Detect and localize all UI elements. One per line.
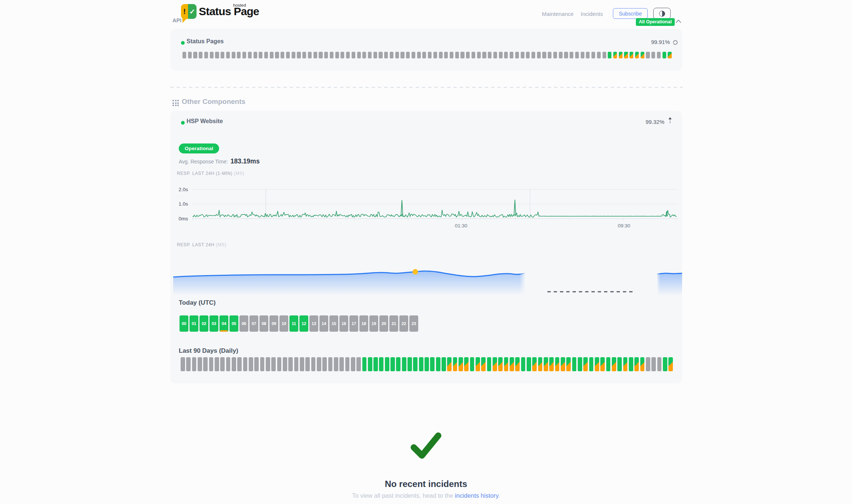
uptime-bar-none[interactable] (341, 52, 344, 58)
uptime-bar-none[interactable] (553, 52, 557, 58)
uptime-bar-degraded[interactable] (447, 357, 452, 371)
uptime-bar-none[interactable] (504, 52, 508, 58)
uptime-bar-none[interactable] (472, 52, 475, 58)
uptime-bar-none[interactable] (510, 52, 513, 58)
uptime-bar-up[interactable] (368, 357, 372, 371)
subscribe-button[interactable]: Subscribe (613, 8, 648, 19)
uptime-bar-none[interactable] (264, 52, 268, 58)
refresh-icon[interactable] (672, 40, 678, 45)
hour-cell-14[interactable]: 14 (319, 315, 328, 332)
hour-cell-11[interactable]: 11 (289, 315, 298, 332)
uptime-bar-degraded[interactable] (453, 357, 457, 371)
nav-incidents[interactable]: Incidents (581, 11, 603, 17)
uptime-bar-up[interactable] (589, 357, 594, 371)
uptime-bar-none[interactable] (357, 52, 361, 58)
uptime-bar-degraded[interactable] (583, 357, 588, 371)
uptime-bar-none[interactable] (564, 52, 568, 58)
uptime-bar-none[interactable] (254, 52, 257, 58)
uptime-bar-up[interactable] (373, 357, 378, 371)
uptime-bar-up[interactable] (413, 357, 417, 371)
uptime-bar-degraded[interactable] (538, 357, 543, 371)
uptime-bar-none[interactable] (422, 52, 426, 58)
uptime-bar-none[interactable] (651, 52, 655, 58)
uptime-bar-none[interactable] (646, 52, 650, 58)
uptime-bar-none[interactable] (345, 357, 350, 371)
uptime-bar-degraded[interactable] (504, 357, 509, 371)
uptime-bar-up[interactable] (396, 357, 400, 371)
uptime-bar-none[interactable] (249, 357, 253, 371)
uptime-bar-none[interactable] (260, 357, 265, 371)
uptime-bar-none[interactable] (335, 52, 339, 58)
hour-cell-00[interactable]: 00 (180, 315, 188, 332)
chevron-up-icon[interactable] (675, 19, 681, 24)
hour-cell-07[interactable]: 07 (249, 315, 258, 332)
uptime-bar-up[interactable] (629, 357, 633, 371)
uptime-bar-none[interactable] (477, 52, 481, 58)
uptime-bar-degraded[interactable] (630, 52, 633, 58)
uptime-bar-up[interactable] (362, 357, 367, 371)
uptime-bar-none[interactable] (288, 357, 293, 371)
uptime-bar-none[interactable] (266, 357, 270, 371)
uptime-bar-degraded[interactable] (515, 357, 520, 371)
uptime-bar-none[interactable] (248, 52, 252, 58)
uptime-bar-none[interactable] (209, 357, 214, 371)
uptime-bar-degraded[interactable] (476, 357, 480, 371)
hour-cell-06[interactable]: 06 (239, 315, 248, 332)
uptime-bar-degraded[interactable] (640, 357, 645, 371)
theme-toggle-button[interactable] (653, 8, 671, 19)
uptime-bar-none[interactable] (283, 357, 287, 371)
uptime-bar-degraded[interactable] (493, 357, 497, 371)
uptime-bar-none[interactable] (466, 52, 470, 58)
uptime-bar-none[interactable] (586, 52, 590, 58)
uptime-bar-none[interactable] (646, 357, 650, 371)
uptime-bar-degraded[interactable] (619, 52, 623, 58)
uptime-bar-degraded[interactable] (464, 357, 469, 371)
uptime-bar-none[interactable] (317, 357, 321, 371)
uptime-bar-none[interactable] (275, 52, 279, 58)
uptime-bar-up[interactable] (442, 357, 446, 371)
uptime-bar-none[interactable] (297, 52, 301, 58)
uptime-bar-none[interactable] (322, 357, 327, 371)
uptime-bar-none[interactable] (482, 52, 486, 58)
hour-cell-13[interactable]: 13 (309, 315, 318, 332)
uptime-bar-none[interactable] (439, 52, 443, 58)
uptime-bar-none[interactable] (204, 52, 208, 58)
uptime-bar-up[interactable] (419, 357, 423, 371)
uptime-bar-none[interactable] (192, 357, 197, 371)
uptime-bar-none[interactable] (328, 357, 333, 371)
uptime-bar-up[interactable] (663, 52, 666, 58)
uptime-bar-none[interactable] (181, 357, 185, 371)
uptime-bar-none[interactable] (400, 52, 404, 58)
uptime-bar-degraded[interactable] (459, 357, 463, 371)
uptime-bar-none[interactable] (526, 52, 530, 58)
uptime-bar-none[interactable] (243, 357, 248, 371)
uptime-bar-none[interactable] (186, 357, 191, 371)
uptime-bar-none[interactable] (292, 52, 295, 58)
uptime-bar-up[interactable] (407, 357, 412, 371)
uptime-bar-none[interactable] (559, 52, 563, 58)
uptime-bar-none[interactable] (488, 52, 492, 58)
uptime-bar-none[interactable] (277, 357, 282, 371)
uptime-bar-none[interactable] (657, 52, 661, 58)
response-chart-1min[interactable] (192, 187, 677, 222)
uptime-bar-none[interactable] (220, 357, 225, 371)
hour-cell-23[interactable]: 23 (409, 315, 418, 332)
uptime-bar-none[interactable] (286, 52, 290, 58)
uptime-bar-degraded[interactable] (668, 52, 671, 58)
hour-cell-22[interactable]: 22 (399, 315, 408, 332)
uptime-bar-none[interactable] (362, 52, 366, 58)
uptime-bar-none[interactable] (254, 357, 259, 371)
uptime-bar-none[interactable] (373, 52, 377, 58)
hour-cell-18[interactable]: 18 (359, 315, 368, 332)
uptime-bar-none[interactable] (433, 52, 437, 58)
uptime-bar-up[interactable] (578, 357, 582, 371)
uptime-bar-none[interactable] (570, 52, 573, 58)
uptime-bar-degraded[interactable] (641, 52, 644, 58)
uptime-bar-none[interactable] (294, 357, 299, 371)
uptime-bar-none[interactable] (193, 52, 197, 58)
hour-cell-01[interactable]: 01 (189, 315, 198, 332)
uptime-bar-none[interactable] (313, 52, 317, 58)
uptime-bar-none[interactable] (542, 52, 546, 58)
uptime-bar-none[interactable] (603, 52, 606, 58)
uptime-bar-up[interactable] (663, 357, 667, 371)
